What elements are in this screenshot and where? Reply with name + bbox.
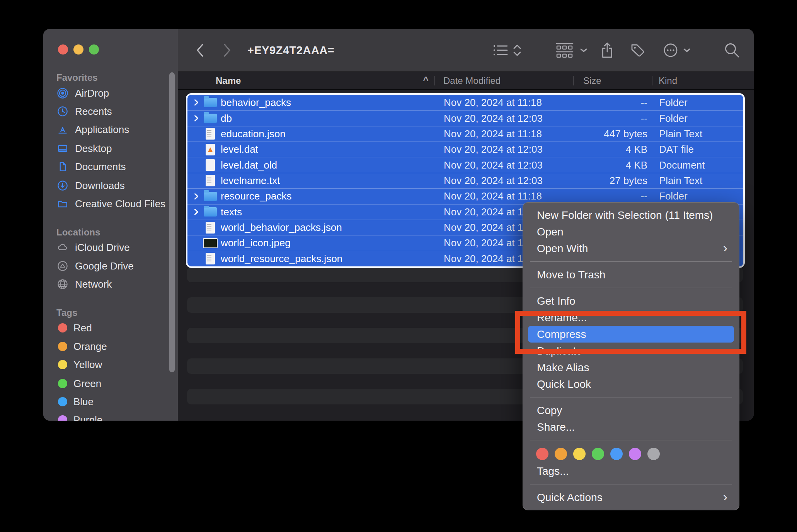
- menu-item-quick-actions[interactable]: Quick Actions›: [523, 489, 739, 506]
- menu-item-copy[interactable]: Copy: [523, 402, 739, 419]
- table-row[interactable]: behavior_packs Nov 20, 2024 at 11:18 -- …: [187, 95, 743, 110]
- file-date: Nov 20, 2024 at 12:03: [444, 142, 543, 157]
- zoom-window-button[interactable]: [89, 44, 99, 55]
- sidebar-scrollbar[interactable]: [169, 72, 175, 372]
- file-size: --: [566, 95, 647, 110]
- chevron-down-icon[interactable]: [681, 29, 693, 72]
- file-name: level.dat_old: [221, 159, 277, 171]
- sidebar-item-applications[interactable]: Applications: [56, 122, 165, 137]
- sidebar-item-icloud-drive[interactable]: iCloud Drive: [56, 240, 165, 255]
- close-window-button[interactable]: [58, 44, 68, 55]
- sidebar-item-downloads[interactable]: Downloads: [56, 178, 165, 193]
- table-row[interactable]: db Nov 20, 2024 at 12:03 -- Folder: [187, 110, 743, 126]
- file-kind: Folder: [659, 111, 688, 126]
- red-tag-swatch[interactable]: [536, 448, 548, 460]
- file-date: Nov 20, 2024 at 12:03: [444, 157, 543, 172]
- menu-item-get-info[interactable]: Get Info: [523, 293, 739, 309]
- group-view-icon[interactable]: [553, 29, 576, 72]
- menu-item-make-alias[interactable]: Make Alias: [523, 359, 739, 376]
- desktop-icon: [56, 142, 69, 155]
- column-divider[interactable]: [434, 76, 435, 85]
- sidebar-item-label: Desktop: [75, 143, 112, 155]
- column-header-kind[interactable]: Kind: [659, 72, 677, 89]
- purple-tag-swatch[interactable]: [629, 448, 641, 460]
- orange-tag-swatch[interactable]: [555, 448, 567, 460]
- disclosure-chevron-icon[interactable]: [191, 193, 202, 200]
- text-file-icon: [202, 253, 218, 264]
- sidebar-tag-blue[interactable]: Blue: [56, 394, 165, 409]
- table-row[interactable]: resource_packs Nov 20, 2024 at 11:18 -- …: [187, 188, 743, 204]
- blue-tag-swatch[interactable]: [610, 448, 623, 460]
- file-size: 447 bytes: [566, 126, 647, 142]
- tag-color-row: [523, 445, 739, 463]
- file-name: world_icon.jpeg: [221, 237, 291, 249]
- yellow-tag-swatch[interactable]: [573, 448, 586, 460]
- sidebar-section-locations: Locations: [56, 225, 100, 240]
- sidebar-item-label: Creative Cloud Files: [75, 198, 165, 210]
- menu-item-open[interactable]: Open: [523, 223, 739, 240]
- disclosure-chevron-icon[interactable]: [191, 115, 202, 122]
- file-kind: Folder: [659, 95, 688, 110]
- column-header-row: Name ^ Date Modified Size Kind: [178, 72, 754, 90]
- sidebar-item-recents[interactable]: Recents: [56, 104, 165, 119]
- sidebar-tag-red[interactable]: Red: [56, 320, 165, 336]
- column-header-name[interactable]: Name: [216, 72, 241, 89]
- tag-icon[interactable]: [628, 29, 647, 72]
- column-header-date-modified[interactable]: Date Modified: [443, 72, 501, 89]
- share-icon[interactable]: [598, 29, 617, 72]
- file-name: texts: [221, 206, 242, 218]
- file-kind: Document: [659, 157, 705, 172]
- more-options-icon[interactable]: [661, 29, 681, 72]
- menu-separator: [523, 479, 739, 489]
- table-row[interactable]: level.dat_old Nov 20, 2024 at 12:03 4 KB…: [187, 157, 743, 172]
- sidebar-tag-yellow[interactable]: Yellow: [56, 357, 165, 372]
- orange-tag-icon: [58, 342, 67, 351]
- search-icon[interactable]: [722, 29, 742, 72]
- file-date: Nov 20, 2024 at 1: [444, 205, 523, 220]
- menu-item-tags[interactable]: Tags...: [523, 463, 739, 479]
- menu-item-share[interactable]: Share...: [523, 419, 739, 435]
- sidebar-item-creative-cloud-files[interactable]: Creative Cloud Files: [56, 196, 165, 211]
- minimize-window-button[interactable]: [73, 44, 83, 55]
- file-date: Nov 20, 2024 at 1: [444, 220, 523, 235]
- toolbar: +EY9Z4T2AAA=: [178, 29, 754, 72]
- sidebar-tag-purple[interactable]: Purple: [56, 412, 165, 421]
- sidebar-item-label: Google Drive: [75, 260, 134, 272]
- sidebar-item-google-drive[interactable]: Google Drive: [56, 258, 165, 274]
- menu-item-quick-look[interactable]: Quick Look: [523, 376, 739, 392]
- file-kind: Plain Text: [659, 126, 702, 142]
- sidebar-item-airdrop[interactable]: AirDrop: [56, 85, 165, 101]
- menu-item-new-folder-with-selection[interactable]: New Folder with Selection (11 Items): [523, 207, 739, 223]
- sidebar-tag-green[interactable]: Green: [56, 376, 165, 391]
- table-row[interactable]: levelname.txt Nov 20, 2024 at 12:03 27 b…: [187, 173, 743, 188]
- sidebar-item-network[interactable]: Network: [56, 276, 165, 292]
- forward-button[interactable]: [219, 29, 236, 72]
- file-name: level.dat: [221, 143, 258, 155]
- table-row[interactable]: education.json Nov 20, 2024 at 11:18 447…: [187, 126, 743, 142]
- disclosure-chevron-icon[interactable]: [191, 99, 202, 106]
- disclosure-chevron-icon[interactable]: [191, 208, 202, 215]
- file-size: --: [566, 111, 647, 126]
- menu-item-open-with[interactable]: Open With›: [523, 240, 739, 257]
- folder-icon: [202, 192, 218, 201]
- app-store-icon: [56, 123, 69, 136]
- sidebar-tag-orange[interactable]: Orange: [56, 339, 165, 354]
- folder-icon: [202, 114, 218, 123]
- sidebar-item-desktop[interactable]: Desktop: [56, 141, 165, 156]
- column-header-size[interactable]: Size: [583, 72, 601, 89]
- red-tag-icon: [58, 323, 67, 332]
- sidebar-item-documents[interactable]: Documents: [56, 159, 165, 174]
- table-row[interactable]: level.dat Nov 20, 2024 at 12:03 4 KB DAT…: [187, 142, 743, 157]
- column-divider[interactable]: [573, 76, 574, 85]
- list-view-icon[interactable]: [491, 29, 510, 72]
- green-tag-swatch[interactable]: [592, 448, 604, 460]
- chevron-down-icon[interactable]: [577, 29, 590, 72]
- menu-separator: [523, 283, 739, 293]
- gray-tag-swatch[interactable]: [647, 448, 660, 460]
- sidebar-item-label: Downloads: [75, 180, 125, 192]
- menu-item-move-to-trash[interactable]: Move to Trash: [523, 266, 739, 283]
- back-button[interactable]: [191, 29, 208, 72]
- column-divider[interactable]: [652, 76, 652, 85]
- file-date: Nov 20, 2024 at 11:18: [444, 189, 542, 204]
- sort-direction-icon[interactable]: [509, 29, 525, 72]
